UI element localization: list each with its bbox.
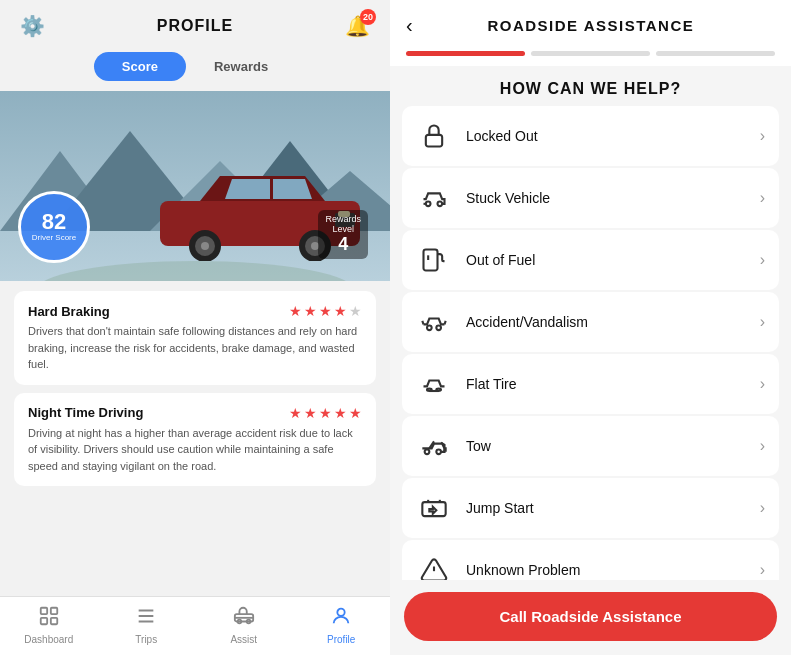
left-panel: ⚙️ PROFILE 🔔 20 Score Rewards	[0, 0, 390, 655]
svg-point-26	[438, 202, 443, 207]
hard-braking-stars: ★ ★ ★ ★ ★	[289, 303, 362, 319]
accident-label: Accident/Vandalism	[466, 314, 746, 330]
star-1: ★	[289, 303, 302, 319]
list-item[interactable]: Out of Fuel ›	[402, 230, 779, 290]
back-button[interactable]: ‹	[406, 14, 413, 37]
accident-icon	[416, 304, 452, 340]
assist-icon	[233, 605, 255, 632]
right-header: ‹ ROADSIDE ASSISTANCE	[390, 0, 791, 45]
flat-tire-label: Flat Tire	[466, 376, 746, 392]
tab-row: Score Rewards	[0, 46, 390, 91]
notification-badge: 20	[360, 9, 376, 25]
gear-icon[interactable]: ⚙️	[20, 14, 45, 38]
trips-icon	[135, 605, 157, 632]
star-2: ★	[304, 405, 317, 421]
list-item[interactable]: Tow ›	[402, 416, 779, 476]
nav-profile[interactable]: Profile	[311, 605, 371, 645]
chevron-icon: ›	[760, 189, 765, 207]
stuck-vehicle-label: Stuck Vehicle	[466, 190, 746, 206]
night-driving-desc: Driving at night has a higher than avera…	[28, 425, 362, 475]
profile-icon	[330, 605, 352, 632]
dashboard-icon	[38, 605, 60, 632]
star-3: ★	[319, 303, 332, 319]
nav-trips-label: Trips	[135, 634, 157, 645]
star-2: ★	[304, 303, 317, 319]
svg-rect-18	[41, 618, 47, 624]
svg-point-10	[201, 242, 209, 250]
nav-profile-label: Profile	[327, 634, 355, 645]
lock-icon	[416, 118, 452, 154]
list-item[interactable]: Jump Start ›	[402, 478, 779, 538]
nav-assist-label: Assist	[230, 634, 257, 645]
svg-rect-16	[41, 608, 47, 614]
star-1: ★	[289, 405, 302, 421]
progress-step-3	[656, 51, 775, 56]
locked-out-label: Locked Out	[466, 128, 746, 144]
out-of-fuel-label: Out of Fuel	[466, 252, 746, 268]
jump-start-label: Jump Start	[466, 500, 746, 516]
chevron-icon: ›	[760, 127, 765, 145]
call-roadside-button[interactable]: Call Roadside Assistance	[404, 592, 777, 641]
progress-step-2	[531, 51, 650, 56]
chevron-icon: ›	[760, 313, 765, 331]
tab-score[interactable]: Score	[94, 52, 186, 81]
tab-rewards[interactable]: Rewards	[186, 52, 296, 81]
score-label: Driver Score	[32, 233, 76, 243]
bottom-nav: Dashboard Trips Assist Profile	[0, 596, 390, 655]
list-item[interactable]: Flat Tire ›	[402, 354, 779, 414]
unknown-problem-icon	[416, 552, 452, 580]
progress-step-1	[406, 51, 525, 56]
svg-rect-17	[51, 608, 57, 614]
driver-score-circle: 82 Driver Score	[18, 191, 90, 263]
list-item[interactable]: Stuck Vehicle ›	[402, 168, 779, 228]
night-driving-title: Night Time Driving	[28, 405, 143, 420]
battery-icon	[416, 490, 452, 526]
hard-braking-card: Hard Braking ★ ★ ★ ★ ★ Drivers that don'…	[14, 291, 376, 385]
unknown-problem-label: Unknown Problem	[466, 562, 746, 578]
chevron-icon: ›	[760, 499, 765, 517]
svg-point-25	[426, 202, 431, 207]
star-5: ★	[349, 405, 362, 421]
svg-point-33	[436, 450, 441, 455]
chevron-icon: ›	[760, 437, 765, 455]
svg-point-28	[427, 326, 432, 331]
list-item[interactable]: Locked Out ›	[402, 106, 779, 166]
assistance-list: Locked Out › Stuck Vehicle ›	[390, 106, 791, 580]
night-driving-stars: ★ ★ ★ ★ ★	[289, 405, 362, 421]
stuck-vehicle-icon	[416, 180, 452, 216]
nav-assist[interactable]: Assist	[214, 605, 274, 645]
notification-bell[interactable]: 🔔 20	[345, 14, 370, 38]
nav-dashboard[interactable]: Dashboard	[19, 605, 79, 645]
flat-tire-icon	[416, 366, 452, 402]
hard-braking-title: Hard Braking	[28, 304, 110, 319]
star-5: ★	[349, 303, 362, 319]
hard-braking-desc: Drivers that don't maintain safe followi…	[28, 323, 362, 373]
hard-braking-header: Hard Braking ★ ★ ★ ★ ★	[28, 303, 362, 319]
star-4: ★	[334, 405, 347, 421]
svg-rect-24	[426, 135, 442, 147]
chevron-icon: ›	[760, 375, 765, 393]
right-panel: ‹ ROADSIDE ASSISTANCE HOW CAN WE HELP? L…	[390, 0, 791, 655]
list-item[interactable]: Unknown Problem ›	[402, 540, 779, 580]
tow-icon	[416, 428, 452, 464]
svg-point-32	[425, 450, 430, 455]
score-value: 82	[42, 211, 66, 233]
svg-point-23	[338, 609, 345, 616]
list-item[interactable]: Accident/Vandalism ›	[402, 292, 779, 352]
nav-dashboard-label: Dashboard	[24, 634, 73, 645]
night-driving-card: Night Time Driving ★ ★ ★ ★ ★ Driving at …	[14, 393, 376, 487]
rewards-label: RewardsLevel	[325, 214, 361, 234]
help-title: HOW CAN WE HELP?	[390, 66, 791, 106]
svg-rect-19	[51, 618, 57, 624]
page-title: PROFILE	[157, 17, 233, 35]
rewards-level: 4	[325, 234, 361, 255]
progress-bar	[390, 45, 791, 66]
star-3: ★	[319, 405, 332, 421]
rewards-badge: RewardsLevel 4	[318, 210, 368, 259]
nav-trips[interactable]: Trips	[116, 605, 176, 645]
svg-rect-27	[424, 250, 438, 271]
left-header: ⚙️ PROFILE 🔔 20	[0, 0, 390, 46]
night-driving-header: Night Time Driving ★ ★ ★ ★ ★	[28, 405, 362, 421]
star-4: ★	[334, 303, 347, 319]
chevron-icon: ›	[760, 251, 765, 269]
